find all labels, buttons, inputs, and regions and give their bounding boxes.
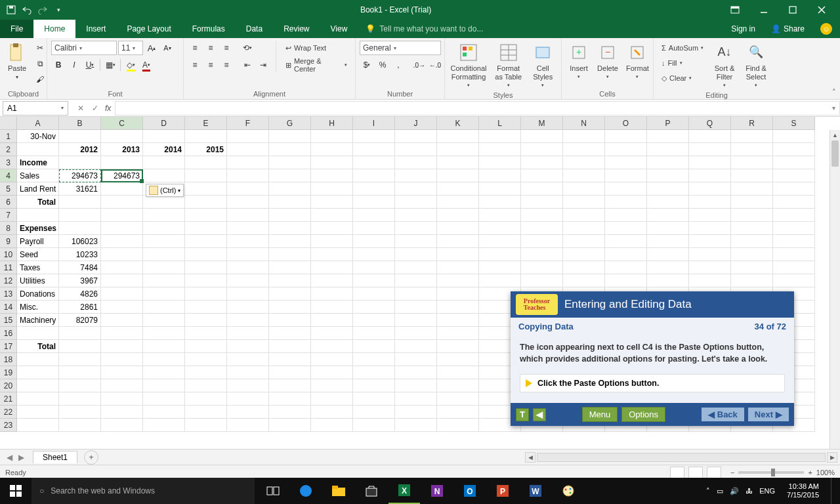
cell[interactable] bbox=[227, 392, 269, 406]
column-header[interactable]: Q bbox=[689, 117, 731, 130]
cell[interactable] bbox=[395, 248, 437, 261]
fill-color-button[interactable]: ◇▾ bbox=[123, 58, 138, 72]
copy-button[interactable]: ⧉ bbox=[33, 56, 47, 71]
cell[interactable] bbox=[101, 314, 143, 327]
redo-icon[interactable] bbox=[37, 4, 49, 16]
cell[interactable] bbox=[227, 406, 269, 419]
cell[interactable] bbox=[437, 327, 479, 340]
paste-button[interactable]: Paste ▾ bbox=[4, 41, 30, 82]
align-middle-button[interactable]: ≡ bbox=[203, 41, 218, 55]
cell[interactable] bbox=[437, 340, 479, 353]
horizontal-scrollbar[interactable]: ◀ ▶ bbox=[98, 452, 840, 463]
row-header[interactable]: 2 bbox=[0, 143, 17, 156]
sort-filter-button[interactable]: A↓Sort & Filter▾ bbox=[710, 41, 739, 90]
scroll-up-button[interactable]: ▲ bbox=[830, 130, 840, 140]
cell[interactable] bbox=[269, 261, 311, 274]
column-header[interactable]: B bbox=[59, 117, 101, 130]
cell[interactable] bbox=[605, 143, 647, 156]
cell[interactable] bbox=[521, 143, 563, 156]
cell[interactable] bbox=[269, 248, 311, 261]
cell[interactable] bbox=[437, 156, 479, 169]
cell[interactable] bbox=[395, 274, 437, 287]
cell[interactable] bbox=[353, 248, 395, 261]
cell[interactable] bbox=[311, 196, 353, 209]
cell[interactable] bbox=[143, 301, 185, 314]
cell[interactable] bbox=[185, 301, 227, 314]
tell-me-search[interactable]: 💡 Tell me what you want to do... bbox=[358, 20, 491, 38]
cell[interactable] bbox=[59, 222, 101, 235]
start-button[interactable] bbox=[0, 478, 32, 504]
number-format-combo[interactable]: General▾ bbox=[360, 41, 441, 55]
cell[interactable] bbox=[59, 366, 101, 379]
cell[interactable] bbox=[479, 222, 521, 235]
cell[interactable] bbox=[101, 287, 143, 301]
cell[interactable] bbox=[437, 406, 479, 419]
cell[interactable] bbox=[269, 156, 311, 169]
find-select-button[interactable]: 🔍Find & Select▾ bbox=[742, 41, 770, 90]
formula-bar-input[interactable] bbox=[115, 101, 828, 116]
column-header[interactable]: M bbox=[521, 117, 563, 130]
font-size-combo[interactable]: 11▾ bbox=[118, 41, 143, 55]
cell[interactable] bbox=[227, 301, 269, 314]
cell[interactable] bbox=[311, 222, 353, 235]
cell[interactable] bbox=[647, 222, 689, 235]
cell[interactable] bbox=[17, 406, 59, 419]
cell[interactable] bbox=[479, 143, 521, 156]
cell[interactable] bbox=[227, 182, 269, 196]
cell[interactable] bbox=[185, 274, 227, 287]
cell[interactable] bbox=[143, 379, 185, 392]
cell[interactable]: 10233 bbox=[59, 248, 101, 261]
underline-button[interactable]: U▾ bbox=[83, 58, 97, 72]
cell[interactable] bbox=[185, 196, 227, 209]
cell[interactable] bbox=[227, 379, 269, 392]
cell[interactable] bbox=[59, 419, 101, 432]
row-header[interactable]: 3 bbox=[0, 156, 17, 169]
word-app-icon[interactable]: W bbox=[520, 478, 551, 504]
cell[interactable] bbox=[563, 248, 605, 261]
cell[interactable] bbox=[227, 196, 269, 209]
cell[interactable] bbox=[227, 130, 269, 143]
cell[interactable] bbox=[185, 406, 227, 419]
enter-formula-button[interactable]: ✓ bbox=[89, 104, 101, 113]
cell[interactable] bbox=[311, 182, 353, 196]
edge-app-icon[interactable] bbox=[290, 478, 322, 504]
cell[interactable] bbox=[143, 392, 185, 406]
cell[interactable] bbox=[353, 222, 395, 235]
cell[interactable]: Land Rent bbox=[17, 182, 59, 196]
column-header[interactable]: L bbox=[479, 117, 521, 130]
cell[interactable] bbox=[101, 392, 143, 406]
cell[interactable] bbox=[521, 156, 563, 169]
cell[interactable] bbox=[605, 169, 647, 182]
cell[interactable] bbox=[185, 314, 227, 327]
row-header[interactable]: 20 bbox=[0, 379, 17, 392]
cell[interactable] bbox=[395, 419, 437, 432]
cell-styles-button[interactable]: Cell Styles▾ bbox=[528, 41, 557, 90]
cell[interactable] bbox=[773, 274, 815, 287]
align-right-button[interactable]: ≡ bbox=[219, 58, 234, 72]
cell[interactable]: 2861 bbox=[59, 301, 101, 314]
row-header[interactable]: 7 bbox=[0, 209, 17, 222]
zoom-value[interactable]: 100% bbox=[816, 469, 835, 476]
feedback-button[interactable]: ☺ bbox=[812, 20, 840, 38]
cell[interactable] bbox=[647, 235, 689, 248]
cell[interactable] bbox=[395, 209, 437, 222]
cell[interactable] bbox=[563, 274, 605, 287]
cell[interactable] bbox=[227, 366, 269, 379]
paste-options-button[interactable]: (Ctrl) ▾ bbox=[146, 184, 184, 197]
italic-button[interactable]: I bbox=[67, 58, 81, 72]
cell[interactable] bbox=[605, 222, 647, 235]
cell[interactable] bbox=[59, 379, 101, 392]
cell[interactable] bbox=[395, 235, 437, 248]
cell[interactable] bbox=[17, 327, 59, 340]
cell[interactable] bbox=[353, 274, 395, 287]
cell[interactable] bbox=[101, 379, 143, 392]
cell[interactable] bbox=[437, 261, 479, 274]
cell[interactable] bbox=[353, 287, 395, 301]
cell[interactable] bbox=[647, 196, 689, 209]
cell[interactable]: Total bbox=[17, 196, 59, 209]
cell[interactable] bbox=[311, 314, 353, 327]
cell[interactable] bbox=[227, 287, 269, 301]
cell[interactable]: Donations bbox=[17, 287, 59, 301]
collapse-ribbon-button[interactable]: ˄ bbox=[832, 88, 836, 96]
column-header[interactable]: K bbox=[437, 117, 479, 130]
